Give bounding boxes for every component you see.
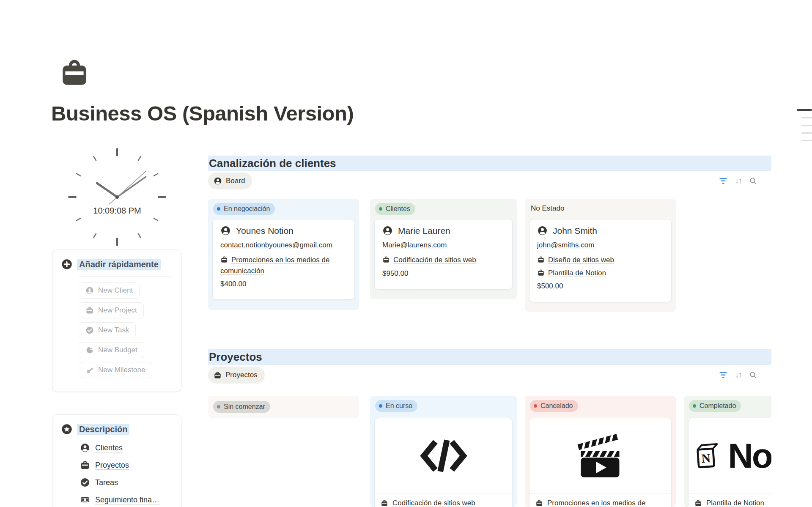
project-caption-link[interactable]: Promociones en los medios de	[529, 493, 671, 507]
notion-logo: N	[694, 436, 722, 476]
briefcase-icon	[537, 269, 545, 277]
client-amount: $400.00	[220, 280, 347, 288]
tab-board-view[interactable]: Board	[208, 173, 252, 189]
briefcase-icon	[537, 256, 545, 263]
client-email[interactable]: Marie@laurens.com	[382, 241, 505, 249]
minute-hand	[117, 177, 146, 197]
client-card[interactable]: John Smith john@smiths.com Diseño de sit…	[529, 219, 672, 302]
digital-clock-time: 10:09:08 PM	[66, 206, 168, 216]
projects-board-toolbar: Proyectos ↓↑	[208, 367, 771, 384]
sort-icon[interactable]: ↓↑	[735, 176, 741, 186]
outline-line-active[interactable]	[797, 109, 812, 111]
project-caption-link[interactable]: Codificación de sitios web	[375, 493, 512, 507]
client-amount: $500.00	[537, 282, 664, 290]
check-circle-icon	[80, 477, 90, 488]
projects-kanban-board: Sin comenzar En curso Codificación	[208, 396, 771, 507]
new-client-button[interactable]: New Client	[79, 282, 140, 299]
client-project-link[interactable]: Codificación de sitios web	[382, 255, 505, 266]
briefcase-icon	[214, 371, 222, 379]
client-project-link[interactable]: Plantilla de Notion	[537, 268, 664, 279]
status-dot	[217, 207, 220, 211]
notion-wordmark: Notion	[728, 436, 771, 476]
status-badge[interactable]: En curso	[375, 400, 417, 412]
clients-board-toolbar: Board ↓↑	[208, 173, 771, 189]
tab-proyectos-view[interactable]: Proyectos	[208, 367, 265, 384]
svg-text:N: N	[701, 451, 711, 465]
status-dot	[379, 207, 382, 211]
analog-clock-widget	[66, 146, 168, 249]
plus-circle-icon	[61, 258, 73, 270]
page-briefcase-icon[interactable]	[58, 58, 91, 90]
filter-icon[interactable]	[719, 178, 727, 184]
client-amount: $950.00	[382, 269, 505, 278]
person-icon	[537, 225, 548, 236]
client-project-link[interactable]: Diseño de sitios web	[537, 255, 664, 266]
search-icon[interactable]	[749, 371, 758, 380]
link-seguimiento[interactable]: Seguimiento fina…	[80, 495, 173, 505]
link-clientes[interactable]: Clientes	[80, 443, 173, 453]
project-caption-link[interactable]: Plantilla de Notion	[689, 493, 771, 507]
column-sin-comenzar: Sin comenzar	[208, 396, 359, 418]
status-dot	[534, 404, 537, 408]
client-name: John Smith	[553, 226, 597, 236]
star-circle-icon	[61, 423, 73, 435]
column-no-estado: No Estado John Smith john@smiths.com Dis…	[525, 199, 676, 312]
person-icon	[382, 225, 393, 236]
sort-icon[interactable]: ↓↑	[735, 370, 741, 380]
page-title[interactable]: Business OS (Spanish Version)	[51, 101, 354, 125]
description-title: Descripción	[77, 424, 129, 435]
link-tareas[interactable]: Tareas	[80, 477, 173, 488]
filter-icon[interactable]	[719, 372, 727, 378]
client-card[interactable]: Younes Notion contact.notionbyounes@gmai…	[212, 219, 355, 300]
new-project-button[interactable]: New Project	[79, 302, 144, 318]
client-card[interactable]: Marie Lauren Marie@laurens.com Codificac…	[374, 219, 513, 290]
check-circle-icon	[85, 326, 94, 334]
briefcase-icon	[381, 499, 388, 507]
outline-indicator[interactable]	[795, 109, 812, 148]
search-icon[interactable]	[749, 177, 758, 186]
briefcase-icon	[220, 256, 228, 263]
banknote-icon	[80, 495, 90, 505]
briefcase-icon	[535, 499, 543, 507]
status-badge[interactable]: En negociación	[213, 203, 275, 215]
new-milestone-button[interactable]: New Milestone	[79, 362, 152, 378]
status-label[interactable]: No Estado	[531, 204, 564, 213]
status-badge[interactable]: Sin comenzar	[213, 401, 270, 413]
pie-chart-icon	[85, 346, 94, 354]
project-card[interactable]: N Notion Plantilla de Notion	[688, 418, 771, 507]
status-dot	[217, 405, 220, 408]
outline-line[interactable]	[801, 132, 812, 134]
description-card: Descripción Clientes Proyectos Tareas Se…	[52, 414, 181, 507]
briefcase-icon	[80, 460, 90, 470]
person-icon	[85, 286, 94, 295]
notion-page: Business OS (Spanish Version) 10:	[0, 0, 812, 507]
outline-line[interactable]	[801, 140, 812, 141]
person-icon	[220, 225, 231, 236]
project-card[interactable]: Promociones en los medios de	[529, 418, 672, 507]
status-dot	[379, 404, 382, 408]
status-badge[interactable]: Cancelado	[530, 400, 578, 412]
client-email[interactable]: contact.notionbyounes@gmail.com	[220, 241, 347, 249]
briefcase-icon	[85, 306, 94, 315]
projects-section-heading: Proyectos	[208, 349, 771, 365]
column-en-negociacion: En negociación Younes Notion contact.not…	[208, 199, 359, 310]
column-completado: Completado N Notion	[684, 396, 771, 507]
client-email[interactable]: john@smiths.com	[537, 241, 664, 249]
clients-section-heading: Canalización de clientes	[208, 156, 771, 171]
key-icon	[85, 366, 94, 374]
client-project-link[interactable]: Promociones en los medios de comunicació…	[220, 255, 347, 276]
status-dot	[693, 404, 696, 408]
new-task-button[interactable]: New Task	[79, 322, 136, 338]
briefcase-icon	[694, 499, 702, 507]
code-icon	[418, 438, 469, 474]
outline-line[interactable]	[801, 117, 812, 118]
quick-add-title: Añadir rápidamente	[77, 259, 161, 270]
project-card[interactable]: Codificación de sitios web	[374, 418, 513, 507]
outline-line[interactable]	[801, 125, 812, 126]
clients-kanban-board: En negociación Younes Notion contact.not…	[208, 199, 771, 314]
new-budget-button[interactable]: New Budget	[79, 342, 144, 358]
divider	[79, 277, 173, 277]
status-badge[interactable]: Clientes	[375, 203, 415, 215]
link-proyectos[interactable]: Proyectos	[80, 460, 173, 470]
status-badge[interactable]: Completado	[689, 400, 741, 412]
